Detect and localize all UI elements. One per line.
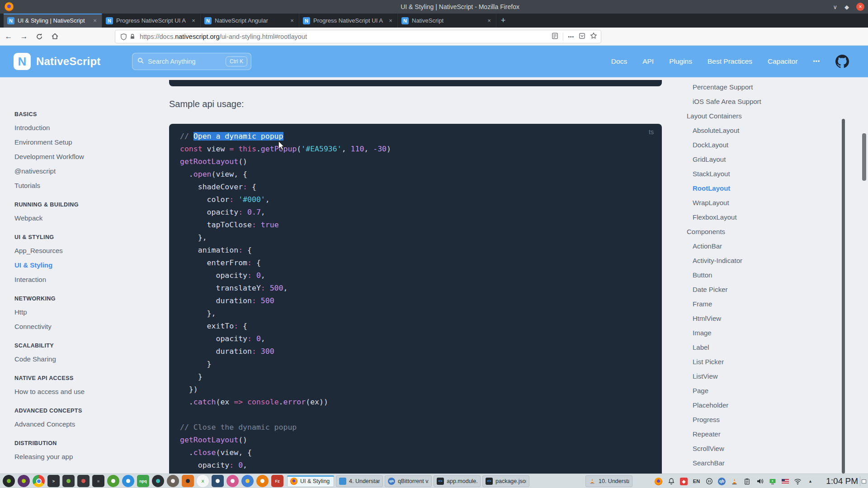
bookmark-star-icon[interactable]: [590, 32, 597, 41]
tab-close-icon[interactable]: ×: [92, 17, 98, 24]
taskbar-window-folder[interactable]: 4. Understan...: [336, 475, 383, 487]
sidebar-item-code-sharing[interactable]: Code Sharing: [14, 352, 141, 366]
url-address-field[interactable]: https://docs.nativescript.org/ui-and-sty…: [115, 30, 601, 43]
toc-item-rootlayout[interactable]: RootLayout: [687, 181, 836, 196]
browser-tab[interactable]: NNativeScript×: [398, 14, 496, 28]
tray-expander-icon[interactable]: ▲: [806, 477, 815, 486]
tab-close-icon[interactable]: ×: [289, 17, 295, 24]
recorder-launcher-icon[interactable]: [152, 475, 164, 487]
toc-item-layout-containers[interactable]: Layout Containers: [687, 109, 836, 123]
toc-item-components[interactable]: Components: [687, 225, 836, 239]
sidebar-item-advanced-concepts[interactable]: Advanced Concepts: [14, 417, 141, 432]
notifications-bell-icon[interactable]: [667, 477, 675, 486]
nativescript-logo[interactable]: N: [14, 53, 31, 70]
crossover-launcher-icon[interactable]: X: [197, 475, 209, 487]
qbittorrent-tray-icon[interactable]: qb: [717, 477, 726, 486]
screenshot-launcher-icon[interactable]: [77, 475, 90, 487]
sidebar-item-webpack[interactable]: Webpack: [14, 211, 141, 225]
toc-item-label[interactable]: Label: [687, 340, 836, 355]
maximize-icon[interactable]: ◆: [844, 4, 849, 10]
github-icon[interactable]: [835, 55, 849, 68]
home-button[interactable]: [48, 30, 61, 43]
page-scrollbar[interactable]: [862, 133, 866, 181]
taskbar-clock[interactable]: 1:04 PM: [826, 474, 858, 488]
taskbar-window-vlc[interactable]: 10. Understa...: [585, 475, 632, 487]
sidebar-item-releasing-your-app[interactable]: Releasing your app: [14, 450, 141, 464]
taskbar-window-qbittorrent[interactable]: qbqBittorrent v...: [385, 475, 432, 487]
reload-button[interactable]: [33, 30, 46, 43]
nav-link-docs[interactable]: Docs: [611, 57, 627, 66]
toc-item-list-picker[interactable]: List Picker: [687, 355, 836, 369]
chrome-launcher-icon[interactable]: [33, 475, 45, 487]
brand-title[interactable]: NativeScript: [36, 55, 100, 68]
toc-item-date-picker[interactable]: Date Picker: [687, 282, 836, 297]
nav-link-plugins[interactable]: Plugins: [669, 57, 692, 66]
sidebar-item--nativescript[interactable]: @nativescript: [14, 164, 141, 178]
toc-item-wraplayout[interactable]: WrapLayout: [687, 196, 836, 210]
us-flag-icon[interactable]: [781, 477, 789, 486]
sidebar-item-development-workflow[interactable]: Development Workflow: [14, 150, 141, 164]
toc-item-frame[interactable]: Frame: [687, 297, 836, 311]
image-viewer-launcher-icon[interactable]: [62, 475, 75, 487]
browser-tab[interactable]: NProgress NativeScript UI A×: [299, 14, 398, 28]
forward-button[interactable]: →: [17, 30, 31, 43]
taskbar-window-vscode[interactable]: <>app.module....: [434, 475, 481, 487]
pocket-icon[interactable]: [579, 33, 585, 41]
browser-tab[interactable]: NUI & Styling | NativeScript×: [4, 14, 102, 28]
toc-item-ios-safe-area-support[interactable]: iOS Safe Area Support: [687, 94, 836, 109]
media-launcher-icon[interactable]: [226, 475, 239, 487]
opensuse-launcher-icon[interactable]: [3, 475, 15, 487]
firefox-tray-icon[interactable]: [654, 477, 663, 486]
toc-item-activity-indicator[interactable]: Activity-Indicator: [687, 253, 836, 268]
pause-tray-icon[interactable]: [705, 477, 713, 486]
tab-close-icon[interactable]: ×: [387, 17, 394, 24]
download-manager-launcher-icon[interactable]: [122, 475, 134, 487]
toc-item-docklayout[interactable]: DockLayout: [687, 138, 836, 152]
toc-scrollbar[interactable]: [842, 119, 845, 474]
nav-link-best-practices[interactable]: Best Practices: [708, 57, 752, 66]
tab-close-icon[interactable]: ×: [190, 17, 197, 24]
toc-item-repeater[interactable]: Repeater: [687, 427, 836, 441]
wifi-icon[interactable]: [793, 477, 802, 486]
toc-item-flexboxlayout[interactable]: FlexboxLayout: [687, 210, 836, 225]
nav-more-button[interactable]: •••: [813, 58, 820, 65]
taskbar-window-firefox[interactable]: UI & Styling ...: [287, 475, 334, 487]
taskbar-window-vscode[interactable]: <>package.json...: [482, 475, 529, 487]
tor-browser-launcher-icon[interactable]: [18, 475, 30, 487]
pgadmin-launcher-icon[interactable]: [212, 475, 224, 487]
keyboard-layout-indicator[interactable]: EN: [692, 477, 701, 486]
toc-item-absolutelayout[interactable]: AbsoluteLayout: [687, 123, 836, 138]
close-icon[interactable]: ×: [856, 3, 864, 11]
toc-item-image[interactable]: Image: [687, 326, 836, 340]
sidebar-item-ui-styling[interactable]: UI & Styling: [14, 258, 141, 272]
chevron-down-icon[interactable]: ∨: [833, 4, 837, 10]
volume-tray-icon[interactable]: [755, 477, 764, 486]
sidebar-item-connectivity[interactable]: Connectivity: [14, 319, 141, 334]
toc-item-gridlayout[interactable]: GridLayout: [687, 152, 836, 167]
shotcut-launcher-icon[interactable]: [182, 475, 194, 487]
browser-tab[interactable]: NNativeScript Angular×: [201, 14, 299, 28]
toc-item-percentage-support[interactable]: Percentage Support: [687, 80, 836, 94]
filezilla-launcher-icon[interactable]: Fz: [271, 475, 283, 487]
back-button[interactable]: ←: [2, 30, 15, 43]
vlc-tray-icon[interactable]: [730, 477, 739, 486]
audio-launcher-icon[interactable]: [241, 475, 254, 487]
sidebar-item-how-to-access-and-use[interactable]: How to access and use: [14, 385, 141, 399]
toc-item-actionbar[interactable]: ActionBar: [687, 239, 836, 253]
page-actions-icon[interactable]: •••: [568, 34, 574, 39]
sidebar-item-app-resources[interactable]: App_Resources: [14, 244, 141, 258]
nav-link-capacitor[interactable]: Capacitor: [768, 57, 797, 66]
sidebar-item-introduction[interactable]: Introduction: [14, 121, 141, 135]
toc-item-searchbar[interactable]: SearchBar: [687, 456, 836, 470]
gnu-launcher-icon[interactable]: [107, 475, 119, 487]
blender-launcher-icon[interactable]: [256, 475, 269, 487]
toc-item-page[interactable]: Page: [687, 384, 836, 398]
toc-item-htmlview[interactable]: HtmlView: [687, 311, 836, 326]
new-tab-button[interactable]: +: [496, 14, 510, 28]
toc-item-progress[interactable]: Progress: [687, 413, 836, 427]
tracking-shield-icon[interactable]: [119, 33, 128, 40]
gimp-launcher-icon[interactable]: [167, 475, 179, 487]
toc-item-button[interactable]: Button: [687, 268, 836, 282]
lock-icon[interactable]: [128, 33, 137, 40]
terminal-launcher-icon[interactable]: >: [47, 475, 60, 487]
